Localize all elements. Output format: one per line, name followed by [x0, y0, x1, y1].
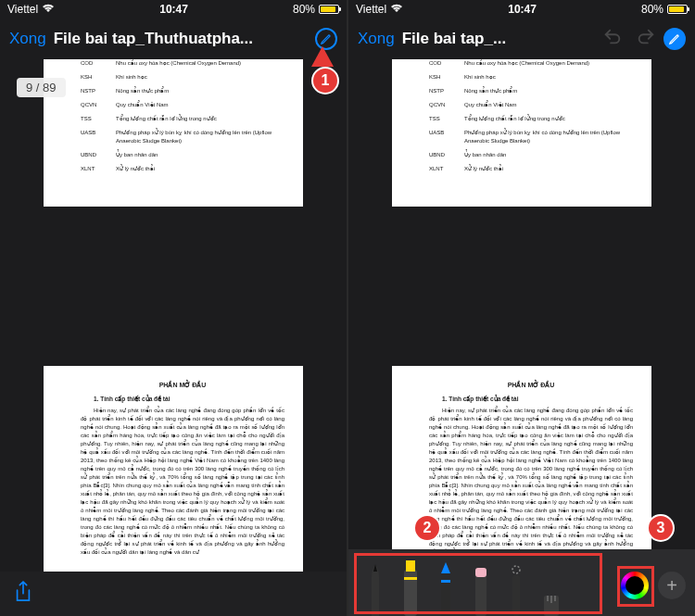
undo-button[interactable]: [602, 27, 623, 52]
abbrev-key: NSTP: [429, 87, 464, 95]
subsection-heading: 1. Tính cấp thiết của đề tài: [429, 395, 633, 404]
svg-point-8: [512, 566, 520, 573]
abbrev-value: Nông sản thực phẩm: [464, 87, 633, 95]
color-picker-button[interactable]: [621, 572, 649, 599]
done-button[interactable]: Xong: [9, 30, 46, 48]
abbrev-row: QCVNQuy chuẩn Việt Nam: [81, 101, 284, 109]
status-bar: Viettel 10:47 80%: [348, 0, 695, 19]
add-shape-button[interactable]: +: [658, 572, 686, 599]
svg-rect-5: [475, 575, 486, 616]
clock: 10:47: [508, 3, 537, 16]
status-bar: Viettel 10:47 80%: [0, 0, 347, 19]
callout-badge-1: 1: [311, 67, 339, 94]
abbrev-value: Khí sinh học: [116, 73, 284, 82]
svg-rect-7: [512, 575, 520, 616]
abbrev-row: CODNhu cầu oxy hóa học (Chemical Oxygen …: [429, 59, 633, 68]
document-title: File bai tap_Thuthuatpha...: [54, 30, 308, 48]
battery-pct: 80%: [641, 3, 663, 16]
abbrev-value: Ủy ban nhân dân: [464, 151, 633, 159]
nav-bar: Xong File bai tap_...: [348, 19, 695, 59]
abbrev-row: NSTPNông sản thực phẩm: [81, 87, 284, 95]
wifi-icon: [42, 3, 55, 16]
svg-rect-1: [406, 560, 415, 572]
abbrev-key: COD: [429, 59, 464, 68]
section-heading: PHẦN MỞ ĐẦU: [429, 381, 633, 391]
body-paragraph: Hiện nay, sự phát triển của các làng ngh…: [429, 407, 633, 549]
abbrev-key: QCVN: [429, 101, 464, 109]
abbrev-value: Quy chuẩn Việt Nam: [464, 101, 633, 109]
arrow-callout-1: [311, 46, 334, 67]
pen-tool[interactable]: [363, 559, 387, 616]
abbrev-value: Ủy ban nhân dân: [116, 151, 284, 159]
phone-right: Viettel 10:47 80% Xong File bai tap_... …: [348, 0, 695, 616]
abbrev-key: TSS: [81, 115, 116, 123]
section-heading: PHẦN MỞ ĐẦU: [81, 381, 284, 391]
carrier-label: Viettel: [7, 3, 38, 16]
abbrev-row: UASBPhương pháp xử lý bùn kỵ khí có dòng…: [81, 129, 284, 145]
ruler-tool[interactable]: [539, 559, 563, 616]
abbrev-key: XLNT: [429, 165, 464, 173]
abbrev-key: UBND: [81, 151, 116, 159]
abbrev-value: Phương pháp xử lý bùn kỵ khí có dòng hướ…: [116, 129, 284, 145]
callout-badge-3: 3: [647, 514, 675, 542]
abbrev-row: UASBPhương pháp xử lý bùn kỵ khí có dòng…: [429, 129, 633, 145]
abbrev-key: COD: [81, 59, 116, 68]
body-paragraph: Hiện nay, sự phát triển của các làng ngh…: [81, 407, 284, 557]
abbrev-key: UBND: [429, 151, 464, 159]
abbrev-value: Xử lý nước thải: [116, 165, 284, 173]
abbrev-value: Tổng lượng chất rắn lơ lửng trong nước: [116, 115, 284, 123]
abbrev-key: UASB: [81, 129, 116, 145]
markup-button-active[interactable]: [663, 28, 686, 50]
svg-rect-2: [404, 577, 417, 580]
abbrev-value: Tổng lượng chất rắn lơ lửng trong nước: [464, 115, 633, 123]
abbrev-value: Nhu cầu oxy hóa học (Chemical Oxygen Dem…: [116, 59, 284, 68]
markup-toolbar: +: [348, 549, 695, 616]
abbrev-key: KSH: [429, 73, 464, 82]
wifi-icon: [390, 3, 403, 16]
eraser-tool[interactable]: [469, 559, 493, 616]
page-counter: 9 / 89: [17, 78, 66, 97]
svg-rect-6: [475, 568, 486, 577]
marker-tool[interactable]: [398, 553, 423, 616]
svg-rect-3: [441, 573, 450, 616]
abbrev-row: XLNTXử lý nước thải: [429, 165, 633, 173]
abbrev-key: QCVN: [81, 101, 116, 109]
phone-left: Viettel 10:47 80% Xong File bai tap_Thut…: [0, 0, 347, 616]
abbrev-row: KSHKhí sinh học: [81, 73, 284, 82]
svg-rect-4: [441, 580, 450, 583]
abbrev-row: TSSTổng lượng chất rắn lơ lửng trong nướ…: [81, 115, 284, 123]
page-9-top: CODNhu cầu oxy hóa học (Chemical Oxygen …: [392, 59, 651, 207]
abbrev-value: Khí sinh học: [464, 73, 633, 82]
abbrev-row: QCVNQuy chuẩn Việt Nam: [429, 101, 633, 109]
page-9-top: CODNhu cầu oxy hóa học (Chemical Oxygen …: [44, 59, 303, 207]
pencil-tool[interactable]: [434, 559, 458, 616]
share-button[interactable]: [13, 580, 33, 608]
abbrev-value: Quy chuẩn Việt Nam: [116, 101, 284, 109]
document-viewport[interactable]: CODNhu cầu oxy hóa học (Chemical Oxygen …: [348, 59, 695, 549]
abbrev-row: NSTPNông sản thực phẩm: [429, 87, 633, 95]
abbrev-row: TSSTổng lượng chất rắn lơ lửng trong nướ…: [429, 115, 633, 123]
abbrev-key: UASB: [429, 129, 464, 145]
clock: 10:47: [159, 3, 188, 16]
abbrev-key: XLNT: [81, 165, 116, 173]
abbrev-value: Nông sản thực phẩm: [116, 87, 284, 95]
nav-bar: Xong File bai tap_Thuthuatpha...: [0, 19, 347, 59]
subsection-heading: 1. Tính cấp thiết của đề tài: [81, 395, 284, 404]
bottom-toolbar: [0, 572, 347, 616]
callout-badge-2: 2: [413, 514, 441, 542]
battery-icon: [319, 5, 339, 14]
drawing-tools: [358, 547, 612, 616]
page-9-bottom: PHẦN MỞ ĐẦU1. Tính cấp thiết của đề tàiH…: [44, 366, 303, 572]
document-title: File bai tap_...: [402, 30, 595, 48]
abbrev-row: XLNTXử lý nước thải: [81, 165, 284, 173]
document-viewport[interactable]: CODNhu cầu oxy hóa học (Chemical Oxygen …: [0, 59, 347, 572]
abbrev-value: Phương pháp xử lý bùn kỵ khí có dòng hướ…: [464, 129, 633, 145]
abbrev-value: Nhu cầu oxy hóa học (Chemical Oxygen Dem…: [464, 59, 633, 68]
redo-button[interactable]: [636, 27, 656, 52]
svg-rect-0: [404, 570, 417, 616]
abbrev-row: UBNDỦy ban nhân dân: [81, 151, 284, 159]
abbrev-key: KSH: [81, 73, 116, 82]
battery-pct: 80%: [293, 3, 315, 16]
done-button[interactable]: Xong: [358, 30, 395, 48]
lasso-tool[interactable]: [504, 559, 528, 616]
